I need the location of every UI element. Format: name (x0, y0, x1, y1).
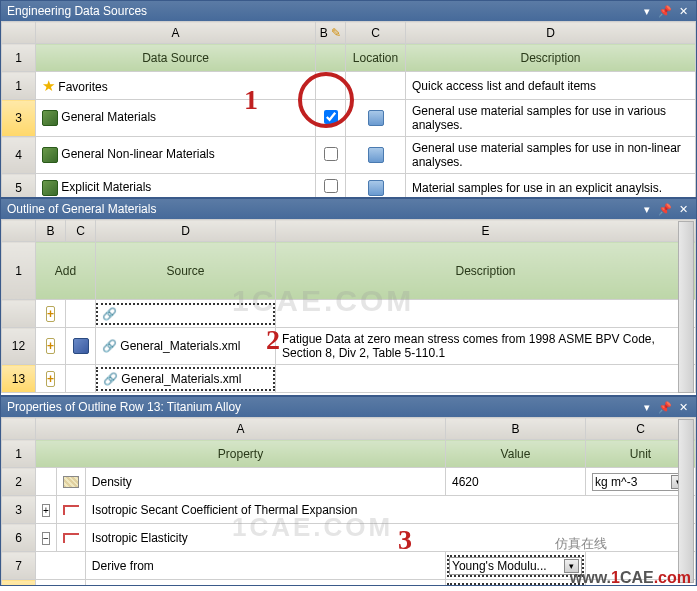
property-name: Isotropic Secant Coefficient of Thermal … (85, 496, 695, 524)
head-source: Source (96, 242, 276, 300)
row-num-1[interactable]: 1 (2, 44, 36, 72)
close-icon[interactable]: ✕ (676, 4, 690, 18)
data-sources-grid: A B ✎ C D 1 Data Source Location Descrip… (1, 21, 696, 198)
col-b[interactable]: B (446, 418, 586, 440)
scrollbar[interactable] (678, 419, 694, 583)
head-datasource: Data Source (36, 44, 316, 72)
row-num-1[interactable]: 1 (2, 242, 36, 300)
row-num: 2 (2, 468, 36, 496)
save-icon[interactable] (368, 110, 384, 126)
chat-hint: 仿真在线 (555, 535, 607, 553)
row-num: 6 (2, 524, 36, 552)
table-row[interactable]: 2 Density 4620 kg m^-3▾ (2, 468, 696, 496)
book-icon (42, 180, 58, 196)
dropdown-icon[interactable]: ▾ (640, 4, 654, 18)
col-c[interactable]: C (346, 22, 406, 44)
col-d[interactable]: D (96, 220, 276, 242)
pin-icon[interactable]: 📌 (658, 400, 672, 414)
row-num: 7 (2, 552, 36, 580)
link-icon: 🔗 (102, 307, 117, 321)
outline-general-materials-panel: Outline of General Materials ▾ 📌 ✕ B C D… (0, 198, 697, 396)
col-b[interactable]: B ✎ (316, 22, 346, 44)
table-row[interactable]: 12 + 🔗 General_Materials.xml Fatigue Dat… (2, 328, 696, 365)
table-row[interactable]: 13 + 🔗 General_Materials.xml (2, 365, 696, 393)
add-icon[interactable]: + (46, 338, 55, 354)
row-num-1[interactable]: 1 (2, 440, 36, 468)
book-icon (42, 147, 58, 163)
description: General use material samples for use in … (406, 137, 696, 174)
enable-checkbox[interactable] (324, 179, 338, 193)
enable-checkbox[interactable] (324, 110, 338, 124)
head-value: Value (446, 440, 586, 468)
description: Fatigue Data at zero mean stress comes f… (276, 328, 696, 365)
properties-grid: A B C 1 Property Value Unit 2 Density 46… (1, 417, 696, 586)
book-icon (42, 110, 58, 126)
close-icon[interactable]: ✕ (676, 202, 690, 216)
pin-icon[interactable]: 📌 (658, 202, 672, 216)
property-name: Young's Modulus (85, 580, 445, 587)
scrollbar[interactable] (678, 221, 694, 393)
description: Material samples for use in an explicit … (406, 174, 696, 199)
row-num: 8 (2, 580, 36, 587)
head-add: Add (36, 242, 96, 300)
table-row[interactable]: + 🔗 (2, 300, 696, 328)
expand-icon[interactable]: + (42, 504, 50, 517)
collapse-icon[interactable]: − (42, 532, 50, 545)
row-num: 4 (2, 137, 36, 174)
close-icon[interactable]: ✕ (676, 400, 690, 414)
source-name: Favorites (58, 80, 107, 94)
head-location: Location (346, 44, 406, 72)
dropdown-icon[interactable]: ▾ (640, 400, 654, 414)
col-a[interactable]: A (36, 22, 316, 44)
derive-dropdown[interactable]: Young's Modulu...▾ (449, 557, 582, 575)
save-icon[interactable] (368, 180, 384, 196)
table-row[interactable]: 1 ★ Favorites Quick access list and defa… (2, 72, 696, 100)
head-description: Description (406, 44, 696, 72)
save-icon[interactable] (368, 147, 384, 163)
add-icon[interactable]: + (46, 371, 55, 387)
star-icon: ★ (42, 77, 55, 94)
col-b[interactable]: B (36, 220, 66, 242)
row-num: 13 (2, 365, 36, 393)
row-num: 12 (2, 328, 36, 365)
col-e[interactable]: E (276, 220, 696, 242)
row-num: 3 (2, 496, 36, 524)
property-value[interactable]: 9.6E+10 (447, 583, 584, 587)
description: Quick access list and default items (406, 72, 696, 100)
col-d[interactable]: D (406, 22, 696, 44)
source-name: Explicit Materials (61, 180, 151, 194)
footer-logo: www.1CAE.com (570, 569, 691, 587)
property-name: Density (85, 468, 445, 496)
table-row[interactable]: 3 General Materials General use material… (2, 100, 696, 137)
col-a[interactable]: A (36, 418, 446, 440)
panel-title: Engineering Data Sources (7, 4, 147, 18)
pin-icon[interactable]: 📌 (658, 4, 672, 18)
elasticity-icon (63, 505, 79, 515)
col-c[interactable]: C (66, 220, 96, 242)
link-icon: 🔗 (103, 372, 118, 386)
head-description: Description (276, 242, 696, 300)
dropdown-icon[interactable]: ▾ (640, 202, 654, 216)
enable-checkbox[interactable] (324, 147, 338, 161)
row-num: 3 (2, 100, 36, 137)
table-row[interactable]: 3 + Isotropic Secant Coefficient of Ther… (2, 496, 696, 524)
row-num: 5 (2, 174, 36, 199)
property-name: Derive from (85, 552, 445, 580)
head-property: Property (36, 440, 446, 468)
properties-panel: Properties of Outline Row 13: Titanium A… (0, 396, 697, 586)
panel-header: Properties of Outline Row 13: Titanium A… (1, 397, 696, 417)
source-file: General_Materials.xml (121, 372, 241, 386)
density-icon (63, 476, 79, 488)
source-name: General Non-linear Materials (61, 147, 214, 161)
table-row[interactable]: 5 Explicit Materials Material samples fo… (2, 174, 696, 199)
property-value[interactable]: 4620 (446, 468, 586, 496)
source-name: General Materials (61, 110, 156, 124)
book-icon (73, 338, 89, 354)
add-icon[interactable]: + (46, 306, 55, 322)
outline-grid: B C D E 1 Add Source Description + 🔗 12 … (1, 219, 696, 393)
table-row[interactable]: 4 General Non-linear Materials General u… (2, 137, 696, 174)
description: General use material samples for use in … (406, 100, 696, 137)
elasticity-icon (63, 533, 79, 543)
panel-title: Outline of General Materials (7, 202, 156, 216)
unit-dropdown[interactable]: kg m^-3▾ (592, 473, 689, 491)
